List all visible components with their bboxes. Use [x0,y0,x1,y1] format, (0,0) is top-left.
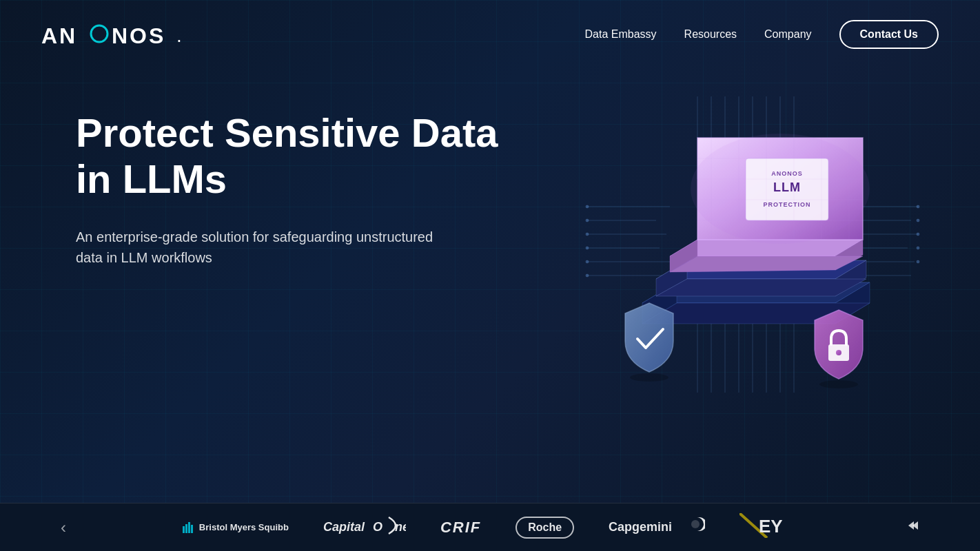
nav-resources[interactable]: Resources [684,28,737,41]
svg-point-72 [836,350,841,355]
svg-rect-78 [191,525,193,533]
svg-point-39 [917,219,919,222]
site-logo[interactable]: AN NOS . [41,17,200,52]
hero-section: AN NOS . Data Embassy Resources Company … [0,0,980,503]
svg-point-41 [917,247,919,249]
svg-point-32 [586,205,589,208]
next-logos-icon [903,517,919,534]
svg-text:NOS: NOS [112,23,165,48]
svg-marker-54 [670,256,863,272]
next-logos-button[interactable] [897,512,925,543]
svg-text:O: O [373,520,382,534]
svg-text:Capital: Capital [323,520,365,534]
hero-content: Protect Sensitive Data in LLMs An enterp… [76,110,544,268]
svg-rect-77 [188,522,190,533]
partner-logos-container: Bristol Myers Squibb Capital O ne CRIF R… [72,513,897,542]
chip-illustration: ANONOS LLM PROTECTION [560,69,946,413]
ey-logo: EY [739,513,788,542]
svg-point-38 [917,205,919,208]
main-nav: Data Embassy Resources Company Contact U… [585,20,939,49]
svg-point-42 [917,260,919,263]
svg-point-85 [691,520,700,528]
svg-point-37 [586,274,589,277]
site-header: AN NOS . Data Embassy Resources Company … [0,0,980,69]
nav-data-embassy[interactable]: Data Embassy [585,28,657,41]
nav-company[interactable]: Company [764,28,811,41]
bms-icon [181,521,195,534]
logo-svg: AN NOS . [41,17,200,52]
capital-one-logo: Capital O ne [323,514,406,540]
contact-us-button[interactable]: Contact Us [839,20,939,49]
svg-text:Capgemini: Capgemini [609,520,672,534]
svg-point-70 [630,373,668,382]
roche-logo: Roche [515,517,574,539]
hero-title: Protect Sensitive Data in LLMs [76,110,544,202]
crif-logo: CRIF [440,519,481,537]
svg-point-40 [917,233,919,236]
svg-point-33 [586,219,589,222]
hero-subtitle: An enterprise-grade solution for safegua… [76,227,448,268]
svg-point-74 [691,134,870,244]
svg-point-35 [586,247,589,249]
prev-logos-button[interactable]: ‹ [55,512,72,543]
svg-point-73 [819,380,858,388]
partner-logo-strip: ‹ Bristol Myers Squibb Capital O ne CRIF [0,503,980,551]
svg-point-36 [586,260,589,263]
capgemini-logo: Capgemini [609,516,705,539]
svg-point-34 [586,233,589,236]
svg-text:ne: ne [395,520,406,534]
svg-text:EY: EY [759,516,783,537]
svg-point-1 [91,25,108,42]
svg-rect-75 [183,526,185,533]
svg-rect-76 [185,524,187,533]
svg-text:.: . [176,25,182,46]
svg-text:AN: AN [41,23,77,48]
bms-logo: Bristol Myers Squibb [181,521,289,534]
svg-marker-50 [656,279,866,296]
bms-label: Bristol Myers Squibb [199,522,289,532]
